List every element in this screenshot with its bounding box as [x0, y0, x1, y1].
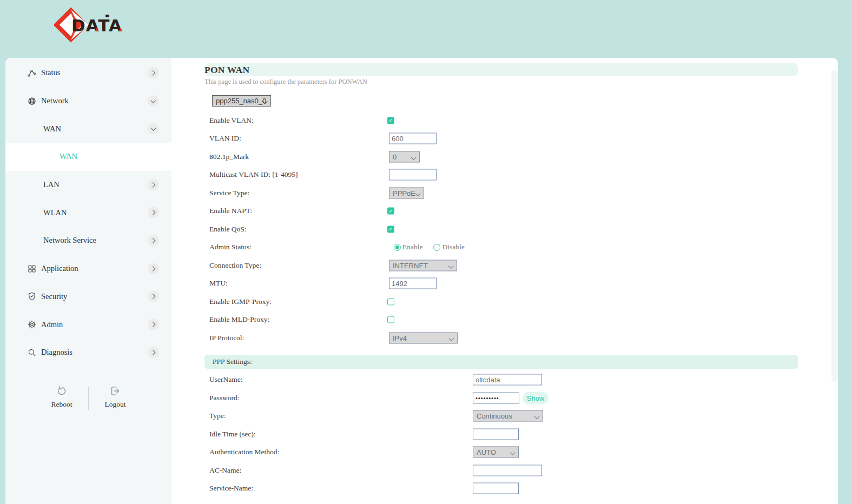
sidebar-item-wlan[interactable]: WLAN: [5, 198, 171, 227]
show-password-button[interactable]: Show: [523, 392, 549, 404]
field-label: Admin Status:: [209, 243, 252, 251]
chevron-right-icon[interactable]: [148, 207, 159, 218]
globe-icon: [27, 96, 37, 106]
enable-vlan-checkbox[interactable]: [387, 117, 394, 124]
form-row-enable-qos: Enable QoS:: [171, 220, 838, 238]
radio-unselected-icon: [433, 244, 440, 251]
reboot-button[interactable]: Reboot: [44, 385, 80, 409]
form-row-multicast-vlan: Multicast VLAN ID: [1-4095]: [171, 166, 838, 184]
username-input[interactable]: [473, 374, 542, 386]
form-row-username: UserName:: [171, 371, 838, 389]
form-row-enable-igmp: Enable IGMP-Proxy:: [171, 293, 838, 311]
field-label: UserName:: [209, 375, 242, 384]
logout-icon: [109, 389, 121, 399]
field-label: IP Protocol:: [209, 334, 244, 342]
chevron-right-icon[interactable]: [148, 291, 159, 302]
page-title-bar: PON WAN: [204, 63, 798, 76]
sidebar-item-label: Admin: [41, 320, 63, 329]
chevron-right-icon[interactable]: [148, 347, 159, 358]
chevron-down-icon: [449, 336, 454, 341]
service-type-select[interactable]: PPPoE: [389, 187, 424, 198]
8021p-mark-select[interactable]: 0: [389, 151, 420, 162]
form-row-enable-vlan: Enable VLAN:: [171, 111, 838, 130]
wan-interface-select[interactable]: ppp255_nas0_0: [212, 95, 271, 107]
enable-mld-checkbox[interactable]: [387, 316, 394, 323]
field-label: Enable IGMP-Proxy:: [209, 297, 272, 306]
field-label: MTU:: [209, 279, 228, 288]
sidebar-item-label: WLAN: [43, 208, 67, 217]
sidebar-item-wan-active[interactable]: WAN: [5, 143, 171, 171]
chevron-down-icon: [415, 191, 421, 196]
idle-time-input[interactable]: [473, 428, 519, 440]
field-label: Connection Type:: [209, 261, 261, 270]
sidebar-item-label: Application: [41, 264, 78, 273]
form-row-idle-time: Idle Time (sec):: [171, 425, 838, 443]
sidebar-item-label: Security: [41, 292, 67, 301]
grid-icon: [27, 264, 37, 274]
content-area: PON WAN This page is used to configure t…: [171, 58, 838, 504]
sidebar-item-application[interactable]: Application: [5, 255, 171, 283]
sidebar-item-status[interactable]: Status: [5, 59, 171, 87]
ac-name-input[interactable]: [473, 465, 542, 476]
admin-status-enable-radio[interactable]: Enable: [394, 243, 422, 251]
field-label: Service-Name:: [209, 484, 253, 493]
ppp-type-select[interactable]: Continuous: [473, 410, 543, 422]
enable-napt-checkbox[interactable]: [387, 208, 394, 215]
mtu-input[interactable]: [389, 278, 437, 289]
ip-protocol-select[interactable]: IPv4: [389, 332, 458, 343]
chevron-down-icon[interactable]: [148, 95, 159, 107]
field-label: Enable NAPT:: [209, 207, 252, 215]
logout-button[interactable]: Logout: [97, 385, 133, 409]
chevron-down-icon[interactable]: [148, 123, 159, 135]
multicast-vlan-input[interactable]: [389, 169, 437, 181]
field-label: Enable QoS:: [209, 225, 247, 234]
field-label: Service Type:: [209, 189, 249, 197]
form-row-enable-mld: Enable MLD-Proxy:: [171, 311, 838, 329]
service-name-input[interactable]: [473, 483, 519, 494]
connection-type-select[interactable]: INTERNET: [389, 260, 457, 271]
ppp-settings-band: PPP Settings:: [204, 355, 798, 369]
field-label: Idle Time (sec):: [209, 430, 256, 439]
enable-igmp-checkbox[interactable]: [387, 298, 394, 305]
sidebar-item-admin[interactable]: Admin: [5, 310, 171, 339]
admin-status-disable-radio[interactable]: Disable: [433, 243, 464, 251]
sidebar-item-lan[interactable]: LAN: [5, 171, 171, 199]
form-row-ac-name: AC-Name:: [171, 461, 838, 480]
enable-qos-checkbox[interactable]: [387, 226, 394, 233]
auth-method-select[interactable]: AUTO: [473, 447, 519, 458]
form-row-enable-napt: Enable NAPT:: [171, 202, 838, 221]
chevron-down-icon: [411, 155, 417, 160]
field-label: 802.1p_Mark: [209, 152, 249, 161]
chevron-right-icon[interactable]: [148, 67, 159, 78]
form-row-connection-type: Connection Type: INTERNET: [171, 256, 838, 275]
chevron-down-icon: [448, 263, 454, 269]
chevron-down-icon: [510, 450, 516, 455]
scrollbar-thumb[interactable]: [831, 70, 838, 382]
password-input[interactable]: [473, 392, 519, 403]
sidebar-footer: Reboot Logout: [5, 385, 171, 410]
page-title: PON WAN: [204, 64, 249, 76]
chevron-right-icon[interactable]: [148, 263, 159, 274]
sidebar-item-security[interactable]: Security: [5, 283, 171, 311]
field-label: AC-Name:: [209, 466, 241, 475]
status-nodes-icon: [27, 68, 37, 78]
radio-selected-icon: [394, 244, 401, 251]
sidebar-item-label: WAN: [60, 152, 77, 161]
form-row-service-type: Service Type: PPPoE: [171, 184, 838, 202]
sidebar-item-diagnosis[interactable]: Diagnosis: [5, 339, 171, 367]
magnifier-icon: [27, 348, 37, 357]
svg-text:DATA: DATA: [71, 16, 122, 35]
chevron-right-icon[interactable]: [148, 319, 159, 330]
sidebar-item-label: Status: [41, 68, 60, 77]
field-label: Enable VLAN:: [209, 116, 254, 125]
form-row-8021p-mark: 802.1p_Mark 0: [171, 148, 838, 166]
vlan-id-input[interactable]: [389, 133, 437, 144]
sidebar-item-network[interactable]: Network: [5, 87, 171, 115]
chevron-right-icon[interactable]: [148, 235, 159, 246]
sidebar-item-wan-group[interactable]: WAN: [5, 115, 171, 143]
form-row-ppp-type: Type: Continuous: [171, 407, 838, 426]
sidebar-item-network-service[interactable]: Network Service: [5, 227, 171, 255]
gear-icon: [27, 320, 37, 329]
shield-check-icon: [27, 291, 37, 301]
chevron-right-icon[interactable]: [148, 179, 159, 190]
